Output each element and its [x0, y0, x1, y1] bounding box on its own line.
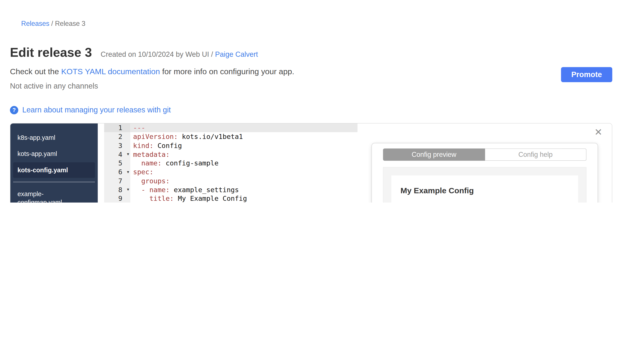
code-line-9[interactable]: title: My Example Config — [130, 194, 357, 202]
line-number: 2 — [118, 133, 122, 141]
line-number: 7 — [118, 177, 122, 185]
preview-panel: ✕ Config preview Config help My Example … — [357, 123, 612, 202]
gutter-line-1: 1 — [104, 123, 131, 132]
line-number: 8 — [118, 186, 122, 194]
help-icon[interactable]: ? — [10, 106, 18, 114]
code-token: metadata: — [133, 150, 170, 158]
code-line-5[interactable]: name: config-sample — [130, 159, 357, 168]
gutter-line-9: 9 — [104, 194, 131, 202]
gutter-line-8: 8▾ — [104, 185, 131, 194]
gutter-line-3: 3 — [104, 141, 131, 150]
file-tree-divider — [13, 182, 95, 182]
created-info: Created on 10/10/2024 by Web UI / Paige … — [101, 50, 258, 59]
code-line-2[interactable]: apiVersion: kots.io/v1beta1 — [130, 132, 357, 141]
sidebar-editor-gap — [98, 123, 104, 202]
code-token — [133, 177, 141, 185]
file-tree-item-example-configmap-yaml[interactable]: example-configmap.yaml — [13, 186, 95, 202]
code-token: - — [141, 186, 150, 194]
yaml-editor[interactable]: 1234▾56▾78▾91011▾121314151617▾1819202122… — [104, 123, 358, 202]
doc-text-after: for more info on configuring your app. — [160, 67, 294, 76]
breadcrumb: Releases / Release 3 — [10, 12, 612, 36]
doc-row: Check out the KOTS YAML documentation fo… — [10, 67, 612, 91]
fold-arrow-icon[interactable]: ▾ — [127, 185, 129, 194]
code-line-6[interactable]: spec: — [130, 168, 357, 177]
code-token: kind: — [133, 142, 154, 150]
fold-arrow-icon[interactable]: ▾ — [127, 168, 129, 177]
gutter-line-6: 6▾ — [104, 168, 131, 177]
fold-arrow-icon[interactable]: ▾ — [127, 150, 129, 159]
config-group-title: My Example Config — [400, 186, 569, 195]
file-sidebar: k8s-app.yamlkots-app.yamlkots-config.yam… — [10, 123, 98, 202]
code-token: groups: — [141, 177, 170, 185]
code-token: spec: — [133, 168, 154, 176]
file-tree-item-k8s-app-yaml[interactable]: k8s-app.yaml — [13, 130, 95, 145]
release-editor: k8s-app.yamlkots-app.yamlkots-config.yam… — [10, 123, 612, 202]
close-icon[interactable]: ✕ — [594, 127, 602, 137]
code-token: kots.io/v1beta1 — [178, 133, 243, 141]
code-line-7[interactable]: groups: — [130, 177, 357, 185]
gutter-line-7: 7 — [104, 177, 131, 185]
page-title: Edit release 3 — [10, 45, 92, 60]
gutter-line-4: 4▾ — [104, 150, 131, 159]
channel-status: Not active in any channels — [10, 82, 294, 91]
code-token: My Example Config — [174, 195, 247, 202]
doc-texts: Check out the KOTS YAML documentation fo… — [10, 67, 294, 91]
page: Releases / Release 3 Edit release 3 Crea… — [0, 0, 623, 202]
code-token: Config — [154, 142, 182, 150]
file-tree-item-kots-app-yaml[interactable]: kots-app.yaml — [13, 146, 95, 162]
line-number: 3 — [118, 142, 122, 150]
code-token: name: — [150, 186, 170, 194]
doc-text: Check out the KOTS YAML documentation fo… — [10, 67, 294, 76]
git-releases-link[interactable]: Learn about managing your releases with … — [22, 106, 171, 114]
config-preview-area: My Example Config Customize Text Inputs … — [383, 167, 586, 202]
doc-text-before: Check out the — [10, 67, 61, 76]
code-token: example_settings — [170, 186, 239, 194]
breadcrumb-separator: / — [49, 20, 55, 27]
editor-gutter: 1234▾56▾78▾91011▾121314151617▾1819202122… — [104, 123, 131, 202]
breadcrumb-current: Release 3 — [55, 20, 86, 27]
git-help-row: ? Learn about managing your releases wit… — [10, 106, 612, 114]
file-tree-item-kots-config-yaml[interactable]: kots-config.yaml — [13, 162, 95, 178]
config-form: My Example Config Customize Text Inputs … — [391, 175, 578, 202]
gutter-line-5: 5 — [104, 159, 131, 168]
code-line-3[interactable]: kind: Config — [130, 141, 357, 150]
created-text: Created on 10/10/2024 by Web UI / — [101, 50, 215, 58]
code-token: name: — [141, 159, 162, 167]
line-number: 6 — [118, 168, 122, 176]
preview-tabs: Config preview Config help — [383, 148, 586, 161]
line-number: 9 — [118, 195, 122, 202]
gutter-line-2: 2 — [104, 132, 131, 141]
tab-config-preview[interactable]: Config preview — [383, 148, 485, 161]
code-line-4[interactable]: metadata: — [130, 150, 357, 159]
title-row: Edit release 3 Created on 10/10/2024 by … — [10, 45, 612, 60]
code-token: --- — [133, 124, 145, 132]
code-token: apiVersion: — [133, 133, 178, 141]
editor-code[interactable]: ---apiVersion: kots.io/v1beta1kind: Conf… — [130, 123, 357, 202]
code-token: title: — [150, 195, 174, 202]
code-token — [133, 195, 150, 202]
code-line-8[interactable]: - name: example_settings — [130, 185, 357, 194]
file-tree: k8s-app.yamlkots-app.yamlkots-config.yam… — [10, 130, 98, 202]
tab-config-help[interactable]: Config help — [485, 148, 586, 161]
code-token — [133, 159, 141, 167]
line-number: 5 — [118, 159, 122, 167]
created-by-link[interactable]: Paige Calvert — [215, 50, 258, 58]
line-number: 1 — [118, 124, 122, 132]
code-token — [133, 186, 141, 194]
code-line-1[interactable]: --- — [130, 123, 357, 132]
line-number: 4 — [118, 150, 122, 158]
config-preview-card: Config preview Config help My Example Co… — [371, 143, 598, 202]
breadcrumb-releases-link[interactable]: Releases — [21, 20, 49, 27]
promote-button[interactable]: Promote — [561, 67, 612, 82]
kots-doc-link[interactable]: KOTS YAML documentation — [61, 67, 160, 76]
code-token: config-sample — [162, 159, 219, 167]
